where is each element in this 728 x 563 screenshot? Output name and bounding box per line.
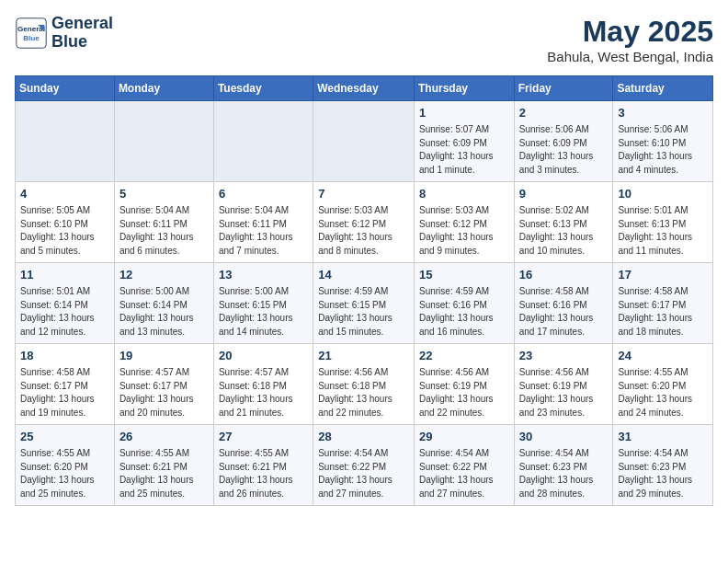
calendar-week-1: 1Sunrise: 5:07 AM Sunset: 6:09 PM Daylig… — [16, 101, 713, 182]
calendar-cell: 20Sunrise: 4:57 AM Sunset: 6:18 PM Dayli… — [213, 344, 313, 425]
calendar-cell: 5Sunrise: 5:04 AM Sunset: 6:11 PM Daylig… — [114, 182, 213, 263]
calendar-cell: 16Sunrise: 4:58 AM Sunset: 6:16 PM Dayli… — [514, 263, 613, 344]
day-number: 4 — [20, 186, 109, 202]
header-saturday: Saturday — [613, 76, 713, 101]
day-number: 16 — [519, 267, 609, 283]
day-number: 27 — [219, 429, 308, 445]
day-content: Sunrise: 4:54 AM Sunset: 6:23 PM Dayligh… — [519, 447, 609, 500]
logo-text: General Blue — [51, 15, 113, 52]
title-block: May 2025 Bahula, West Bengal, India — [547, 15, 713, 64]
calendar-cell: 7Sunrise: 5:03 AM Sunset: 6:12 PM Daylig… — [313, 182, 415, 263]
calendar-cell: 1Sunrise: 5:07 AM Sunset: 6:09 PM Daylig… — [414, 101, 514, 182]
header-tuesday: Tuesday — [213, 76, 313, 101]
calendar-cell: 23Sunrise: 4:56 AM Sunset: 6:19 PM Dayli… — [514, 344, 613, 425]
logo-line2: Blue — [51, 33, 113, 52]
day-content: Sunrise: 4:58 AM Sunset: 6:17 PM Dayligh… — [20, 366, 109, 419]
calendar-cell: 29Sunrise: 4:54 AM Sunset: 6:22 PM Dayli… — [414, 425, 514, 506]
calendar-cell: 25Sunrise: 4:55 AM Sunset: 6:20 PM Dayli… — [16, 425, 115, 506]
calendar-week-3: 11Sunrise: 5:01 AM Sunset: 6:14 PM Dayli… — [16, 263, 713, 344]
calendar-cell: 11Sunrise: 5:01 AM Sunset: 6:14 PM Dayli… — [16, 263, 115, 344]
page-header: General Blue General Blue May 2025 Bahul… — [15, 15, 713, 64]
day-number: 10 — [618, 186, 708, 202]
logo-line1: General — [51, 15, 113, 33]
day-content: Sunrise: 4:56 AM Sunset: 6:19 PM Dayligh… — [519, 366, 609, 419]
calendar-cell: 26Sunrise: 4:55 AM Sunset: 6:21 PM Dayli… — [114, 425, 213, 506]
calendar-cell: 2Sunrise: 5:06 AM Sunset: 6:09 PM Daylig… — [514, 101, 613, 182]
day-number: 29 — [419, 429, 509, 445]
calendar-cell: 24Sunrise: 4:55 AM Sunset: 6:20 PM Dayli… — [613, 344, 713, 425]
day-content: Sunrise: 5:04 AM Sunset: 6:11 PM Dayligh… — [219, 204, 308, 258]
day-content: Sunrise: 5:01 AM Sunset: 6:14 PM Dayligh… — [20, 285, 109, 339]
calendar-cell: 8Sunrise: 5:03 AM Sunset: 6:12 PM Daylig… — [414, 182, 514, 263]
day-content: Sunrise: 4:56 AM Sunset: 6:19 PM Dayligh… — [419, 366, 509, 419]
calendar-cell: 15Sunrise: 4:59 AM Sunset: 6:16 PM Dayli… — [414, 263, 514, 344]
header-row: SundayMondayTuesdayWednesdayThursdayFrid… — [16, 76, 713, 101]
calendar-cell: 31Sunrise: 4:54 AM Sunset: 6:23 PM Dayli… — [613, 425, 713, 506]
calendar-cell: 3Sunrise: 5:06 AM Sunset: 6:10 PM Daylig… — [613, 101, 713, 182]
header-wednesday: Wednesday — [313, 76, 415, 101]
day-number: 31 — [618, 429, 708, 445]
calendar-cell — [313, 101, 415, 182]
day-content: Sunrise: 4:56 AM Sunset: 6:18 PM Dayligh… — [318, 366, 409, 419]
main-title: May 2025 — [547, 15, 713, 49]
calendar-cell: 14Sunrise: 4:59 AM Sunset: 6:15 PM Dayli… — [313, 263, 415, 344]
calendar-cell: 27Sunrise: 4:55 AM Sunset: 6:21 PM Dayli… — [213, 425, 313, 506]
day-content: Sunrise: 5:00 AM Sunset: 6:15 PM Dayligh… — [219, 285, 308, 339]
day-content: Sunrise: 4:55 AM Sunset: 6:20 PM Dayligh… — [618, 366, 708, 419]
calendar-week-2: 4Sunrise: 5:05 AM Sunset: 6:10 PM Daylig… — [16, 182, 713, 263]
day-content: Sunrise: 5:07 AM Sunset: 6:09 PM Dayligh… — [419, 123, 509, 177]
day-number: 25 — [20, 429, 109, 445]
day-content: Sunrise: 4:55 AM Sunset: 6:21 PM Dayligh… — [119, 447, 209, 500]
calendar-cell: 28Sunrise: 4:54 AM Sunset: 6:22 PM Dayli… — [313, 425, 415, 506]
subtitle: Bahula, West Bengal, India — [547, 49, 713, 64]
day-number: 17 — [618, 267, 708, 283]
calendar-cell: 6Sunrise: 5:04 AM Sunset: 6:11 PM Daylig… — [213, 182, 313, 263]
day-number: 14 — [318, 267, 409, 283]
day-number: 24 — [618, 348, 708, 364]
day-content: Sunrise: 5:06 AM Sunset: 6:10 PM Dayligh… — [618, 123, 708, 177]
day-number: 7 — [318, 186, 409, 202]
header-friday: Friday — [514, 76, 613, 101]
day-number: 9 — [519, 186, 609, 202]
calendar-cell: 18Sunrise: 4:58 AM Sunset: 6:17 PM Dayli… — [16, 344, 115, 425]
day-number: 26 — [119, 429, 209, 445]
day-content: Sunrise: 5:03 AM Sunset: 6:12 PM Dayligh… — [419, 204, 509, 258]
day-content: Sunrise: 5:01 AM Sunset: 6:13 PM Dayligh… — [618, 204, 708, 258]
day-content: Sunrise: 5:04 AM Sunset: 6:11 PM Dayligh… — [119, 204, 209, 258]
day-content: Sunrise: 4:59 AM Sunset: 6:16 PM Dayligh… — [419, 285, 509, 339]
calendar-cell: 10Sunrise: 5:01 AM Sunset: 6:13 PM Dayli… — [613, 182, 713, 263]
day-number: 19 — [119, 348, 209, 364]
calendar-body: 1Sunrise: 5:07 AM Sunset: 6:09 PM Daylig… — [16, 101, 713, 506]
day-content: Sunrise: 4:58 AM Sunset: 6:17 PM Dayligh… — [618, 285, 708, 339]
calendar-cell — [213, 101, 313, 182]
calendar-cell — [16, 101, 115, 182]
day-number: 6 — [219, 186, 308, 202]
calendar-table: SundayMondayTuesdayWednesdayThursdayFrid… — [15, 75, 713, 506]
calendar-week-5: 25Sunrise: 4:55 AM Sunset: 6:20 PM Dayli… — [16, 425, 713, 506]
calendar-cell: 9Sunrise: 5:02 AM Sunset: 6:13 PM Daylig… — [514, 182, 613, 263]
calendar-cell: 13Sunrise: 5:00 AM Sunset: 6:15 PM Dayli… — [213, 263, 313, 344]
day-content: Sunrise: 4:57 AM Sunset: 6:18 PM Dayligh… — [219, 366, 308, 419]
day-number: 22 — [419, 348, 509, 364]
day-content: Sunrise: 5:06 AM Sunset: 6:09 PM Dayligh… — [519, 123, 609, 177]
calendar-header: SundayMondayTuesdayWednesdayThursdayFrid… — [16, 76, 713, 101]
day-content: Sunrise: 4:55 AM Sunset: 6:20 PM Dayligh… — [20, 447, 109, 500]
day-number: 8 — [419, 186, 509, 202]
day-number: 21 — [318, 348, 409, 364]
day-number: 15 — [419, 267, 509, 283]
day-number: 1 — [419, 105, 509, 121]
day-number: 13 — [219, 267, 308, 283]
day-content: Sunrise: 5:05 AM Sunset: 6:10 PM Dayligh… — [20, 204, 109, 258]
day-number: 18 — [20, 348, 109, 364]
calendar-cell: 19Sunrise: 4:57 AM Sunset: 6:17 PM Dayli… — [114, 344, 213, 425]
day-content: Sunrise: 4:54 AM Sunset: 6:22 PM Dayligh… — [419, 447, 509, 500]
calendar-cell: 22Sunrise: 4:56 AM Sunset: 6:19 PM Dayli… — [414, 344, 514, 425]
header-thursday: Thursday — [414, 76, 514, 101]
day-number: 12 — [119, 267, 209, 283]
svg-text:Blue: Blue — [23, 34, 40, 42]
header-monday: Monday — [114, 76, 213, 101]
day-number: 20 — [219, 348, 308, 364]
day-number: 11 — [20, 267, 109, 283]
calendar-cell: 30Sunrise: 4:54 AM Sunset: 6:23 PM Dayli… — [514, 425, 613, 506]
day-content: Sunrise: 4:58 AM Sunset: 6:16 PM Dayligh… — [519, 285, 609, 339]
